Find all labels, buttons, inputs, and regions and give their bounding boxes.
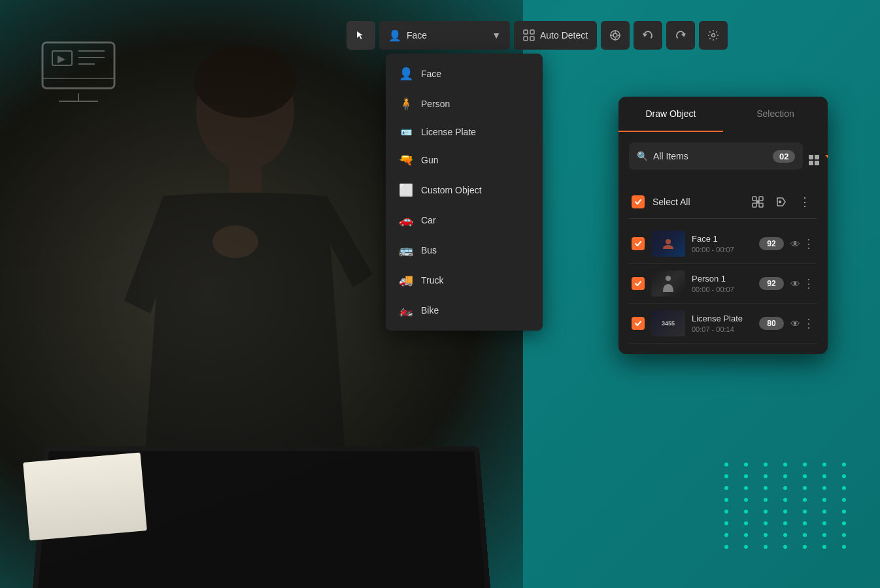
- person1-name: Person 1: [692, 274, 753, 284]
- person1-info: Person 1 00:00 - 00:07: [692, 274, 753, 293]
- person1-thumbnail: [651, 270, 685, 297]
- select-all-checkbox[interactable]: [632, 195, 645, 208]
- target-icon-button[interactable]: [601, 21, 630, 50]
- notebook: [23, 452, 147, 540]
- select-all-actions: ⋮: [748, 192, 815, 212]
- person1-more-button[interactable]: ⋮: [803, 276, 815, 291]
- person-icon: 🧍: [399, 97, 413, 111]
- svg-rect-24: [809, 155, 813, 159]
- items-count-badge: 02: [773, 150, 795, 163]
- dropdown-item-truck[interactable]: 🚚 Truck: [386, 265, 543, 295]
- filter-button[interactable]: [825, 150, 828, 171]
- face1-more-button[interactable]: ⋮: [803, 237, 815, 251]
- dropdown-item-bike[interactable]: 🏍️ Bike: [386, 295, 543, 325]
- undo-button[interactable]: [634, 21, 662, 50]
- auto-detect-button[interactable]: Auto Detect: [514, 21, 597, 50]
- dropdown-item-bus-label: Bus: [421, 245, 437, 255]
- license-plate-time: 00:07 - 00:14: [692, 325, 753, 333]
- svg-point-12: [212, 225, 258, 258]
- person1-checkbox[interactable]: [632, 277, 645, 290]
- svg-rect-11: [229, 167, 262, 193]
- license-plate-actions: 👁 ⋮: [790, 316, 815, 331]
- person1-visibility-button[interactable]: 👁: [790, 278, 800, 289]
- main-toolbar: 👤 Face ▼ Auto Detect: [347, 21, 728, 50]
- person1-actions: 👁 ⋮: [790, 276, 815, 291]
- dropdown-item-person-label: Person: [421, 99, 450, 109]
- svg-point-10: [194, 46, 296, 118]
- dropdown-item-face-label: Face: [421, 69, 441, 79]
- dropdown-item-car-label: Car: [421, 215, 436, 225]
- dropdown-item-gun[interactable]: 🔫 Gun: [386, 145, 543, 175]
- cursor-tool-button[interactable]: [347, 21, 375, 50]
- svg-rect-15: [524, 37, 528, 41]
- settings-button[interactable]: [699, 21, 728, 50]
- svg-point-33: [756, 201, 759, 203]
- face-icon: 👤: [399, 67, 413, 81]
- dropdown-item-car[interactable]: 🚗 Car: [386, 205, 543, 235]
- track-icon-button[interactable]: [748, 192, 768, 212]
- svg-rect-30: [759, 197, 763, 201]
- face1-name: Face 1: [692, 234, 753, 244]
- license-plate-name: License Plate: [692, 314, 753, 323]
- custom-object-icon: ⬜: [399, 183, 413, 197]
- dropdown-item-license-plate-label: License Plate: [421, 127, 476, 137]
- license-plate-more-button[interactable]: ⋮: [803, 316, 815, 331]
- dropdown-item-bus[interactable]: 🚌 Bus: [386, 235, 543, 265]
- tab-selection[interactable]: Selection: [723, 97, 828, 132]
- svg-rect-13: [524, 30, 528, 34]
- item-row-license-plate: 3455 License Plate 00:07 - 00:14 80 👁 ⋮: [629, 304, 817, 344]
- search-icon: 🔍: [637, 151, 648, 161]
- face1-info: Face 1 00:00 - 00:07: [692, 234, 753, 253]
- svg-rect-31: [753, 203, 756, 207]
- svg-rect-29: [753, 197, 756, 201]
- tab-draw-object[interactable]: Draw Object: [618, 97, 723, 132]
- svg-point-35: [666, 239, 671, 244]
- svg-rect-26: [809, 161, 813, 165]
- panel-body: 🔍 02: [618, 132, 828, 354]
- dropdown-item-face[interactable]: 👤 Face: [386, 59, 543, 89]
- license-plate-thumbnail: 3455: [651, 310, 685, 336]
- svg-rect-14: [530, 30, 534, 34]
- label-icon-button[interactable]: [771, 192, 791, 212]
- face1-actions: 👁 ⋮: [790, 237, 815, 251]
- object-type-dropdown[interactable]: 👤 Face ▼: [379, 21, 510, 50]
- dot-grid-decoration: [724, 463, 854, 549]
- search-input[interactable]: [653, 151, 768, 161]
- face1-thumbnail: [651, 231, 685, 257]
- redo-button[interactable]: [666, 21, 695, 50]
- grid-view-button[interactable]: [808, 150, 820, 171]
- license-plate-checkbox[interactable]: [632, 317, 645, 330]
- car-icon: 🚗: [399, 213, 413, 227]
- svg-rect-27: [815, 161, 819, 165]
- bus-icon: 🚌: [399, 243, 413, 257]
- more-options-button[interactable]: ⋮: [795, 192, 815, 212]
- person1-confidence: 92: [759, 277, 784, 290]
- svg-rect-16: [530, 37, 534, 41]
- search-bar[interactable]: 🔍 02: [629, 142, 803, 170]
- license-plate-visibility-button[interactable]: 👁: [790, 318, 800, 329]
- right-panel: Draw Object Selection 🔍 02: [618, 97, 828, 354]
- face1-visibility-button[interactable]: 👁: [790, 238, 800, 250]
- selected-object-type: Face: [407, 30, 427, 41]
- svg-rect-32: [759, 203, 763, 207]
- item-row-person1: Person 1 00:00 - 00:07 92 👁 ⋮: [629, 264, 817, 304]
- gun-icon: 🔫: [399, 153, 413, 167]
- dropdown-item-truck-label: Truck: [421, 275, 443, 286]
- svg-marker-28: [826, 155, 828, 165]
- chevron-down-icon: ▼: [492, 30, 501, 41]
- panel-tabs: Draw Object Selection: [618, 97, 828, 132]
- svg-point-36: [666, 276, 671, 281]
- dropdown-item-license-plate[interactable]: 🪪 License Plate: [386, 119, 543, 145]
- dropdown-item-custom-object-label: Custom Object: [421, 185, 482, 195]
- dropdown-item-person[interactable]: 🧍 Person: [386, 89, 543, 119]
- face1-time: 00:00 - 00:07: [692, 246, 753, 253]
- svg-point-34: [779, 201, 781, 203]
- dropdown-item-bike-label: Bike: [421, 305, 439, 316]
- bike-icon: 🏍️: [399, 303, 413, 318]
- dropdown-item-custom-object[interactable]: ⬜ Custom Object: [386, 175, 543, 205]
- license-plate-icon: 🪪: [399, 127, 413, 137]
- svg-marker-8: [58, 56, 65, 63]
- face1-checkbox[interactable]: [632, 237, 645, 250]
- svg-rect-25: [815, 155, 819, 159]
- object-type-dropdown-menu: 👤 Face 🧍 Person 🪪 License Plate 🔫 Gun ⬜ …: [386, 54, 543, 331]
